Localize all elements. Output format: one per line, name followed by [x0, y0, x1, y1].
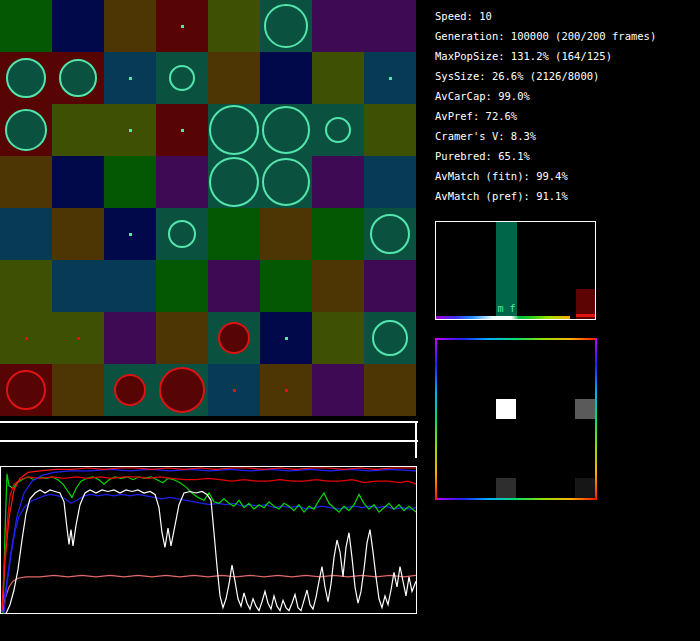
- matrix-cell: [477, 419, 497, 439]
- matrix-cell: [536, 360, 556, 380]
- world-cell: [208, 260, 260, 312]
- organism-disc: [6, 58, 46, 98]
- world-cell: [208, 0, 260, 52]
- matrix-border-right: [595, 338, 597, 500]
- world-cell: [52, 156, 104, 208]
- world-cell: [312, 0, 364, 52]
- world-cell: [364, 156, 416, 208]
- matrix-cell: [536, 478, 556, 498]
- organism-dot: [25, 337, 28, 340]
- matrix-cell: [516, 340, 536, 360]
- matrix-cell: [516, 459, 536, 479]
- world-cell: [104, 312, 156, 364]
- matrix-cell: [516, 380, 536, 400]
- matrix-cell: [575, 478, 595, 498]
- matrix-cell: [457, 459, 477, 479]
- matrix-cell: [536, 340, 556, 360]
- organism-ring: [209, 157, 259, 207]
- matrix-cell: [556, 380, 576, 400]
- stat-line: Purebred: 65.1%: [435, 146, 695, 166]
- matrix-cell: [477, 340, 497, 360]
- stat-line: AvCarCap: 99.0%: [435, 86, 695, 106]
- sex-bar-label: m f: [494, 303, 519, 314]
- matrix-cell: [477, 380, 497, 400]
- matrix-cell: [516, 399, 536, 419]
- matrix-cell: [477, 360, 497, 380]
- organism-dot: [129, 77, 132, 80]
- world-cell: [0, 208, 52, 260]
- matrix-cell: [536, 380, 556, 400]
- world-cell: [260, 260, 312, 312]
- organism-dot: [285, 389, 288, 392]
- world-cell: [312, 208, 364, 260]
- matrix-cell: [556, 439, 576, 459]
- matrix-cell: [556, 478, 576, 498]
- stat-line: Generation: 100000 (200/200 frames): [435, 26, 695, 46]
- matrix-cell: [457, 360, 477, 380]
- matrix-cell: [437, 439, 457, 459]
- world-cell: [260, 208, 312, 260]
- matrix-cell: [477, 478, 497, 498]
- red-bar-baseline: [576, 314, 595, 317]
- matrix-cell: [437, 380, 457, 400]
- world-cell: [0, 260, 52, 312]
- stat-line: AvMatch (fitn): 99.4%: [435, 166, 695, 186]
- organism-ring: [168, 220, 196, 248]
- organism-ring: [264, 4, 308, 48]
- matrix-cell: [575, 340, 595, 360]
- matrix-cell: [496, 360, 516, 380]
- matrix-cell: [457, 380, 477, 400]
- organism-ring: [262, 106, 310, 154]
- world-cell: [260, 52, 312, 104]
- organism-dot: [389, 77, 392, 80]
- matrix-cell: [457, 439, 477, 459]
- matrix-cell: [516, 419, 536, 439]
- matrix-cell: [575, 380, 595, 400]
- organism-disc: [159, 367, 205, 413]
- organism-ring: [262, 158, 310, 206]
- matrix-cell: [556, 459, 576, 479]
- world-cell: [52, 364, 104, 416]
- matrix-cell: [496, 459, 516, 479]
- match-matrix-panel: [435, 338, 597, 500]
- stat-line: SysSize: 26.6% (2126/8000): [435, 66, 695, 86]
- matrix-cell: [477, 459, 497, 479]
- matrix-cell: [556, 399, 576, 419]
- organism-dot: [77, 337, 80, 340]
- matrix-cell: [437, 340, 457, 360]
- matrix-border-bottom: [435, 498, 597, 500]
- organism-disc: [6, 370, 46, 410]
- world-cell: [104, 156, 156, 208]
- organism-ring: [372, 320, 408, 356]
- matrix-cell: [437, 360, 457, 380]
- matrix-cell: [496, 439, 516, 459]
- world-cell: [364, 0, 416, 52]
- matrix-cell: [477, 399, 497, 419]
- series-PopSize: [6, 490, 416, 614]
- organism-ring: [209, 105, 259, 155]
- world-grid[interactable]: [0, 0, 416, 416]
- matrix-cell: [536, 439, 556, 459]
- series-AvMatch-fitn: [2, 468, 416, 611]
- chart-border: [1, 467, 417, 614]
- matrix-cell: [437, 399, 457, 419]
- world-cell: [364, 104, 416, 156]
- matrix-cell: [556, 340, 576, 360]
- stat-line: Speed: 10: [435, 6, 695, 26]
- matrix-cell: [457, 399, 477, 419]
- matrix-cell: [496, 340, 516, 360]
- organism-dot: [181, 25, 184, 28]
- matrix-cell: [556, 360, 576, 380]
- matrix-cell: [575, 360, 595, 380]
- series-AvCarCap: [2, 469, 416, 612]
- organism-ring: [370, 214, 410, 254]
- world-cell: [312, 312, 364, 364]
- organism-ring: [169, 65, 195, 91]
- organism-disc: [218, 322, 250, 354]
- series-Purebred: [3, 474, 416, 614]
- world-cell: [156, 260, 208, 312]
- simulation-window: Speed: 10Generation: 100000 (200/200 fra…: [0, 0, 700, 641]
- red-population-bar: [576, 289, 595, 319]
- matrix-cell: [536, 459, 556, 479]
- stat-line: AvPref: 72.6%: [435, 106, 695, 126]
